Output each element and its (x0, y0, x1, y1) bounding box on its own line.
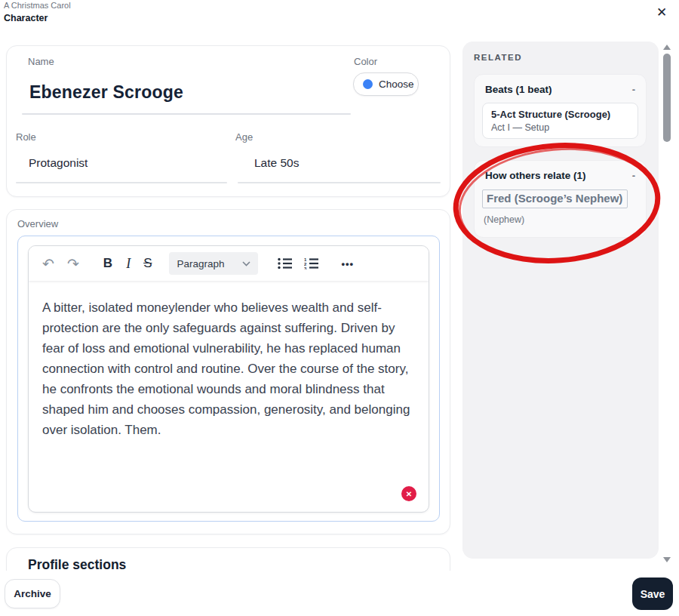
svg-text:3: 3 (304, 266, 307, 270)
role-label: Role (16, 131, 36, 143)
relations-section: How others relate (1) - Fred (Scrooge’s … (474, 160, 647, 238)
undo-icon[interactable]: ↶ (42, 257, 54, 271)
relation-link-fred[interactable]: Fred (Scrooge’s Nephew) (482, 189, 628, 208)
overview-label: Overview (17, 218, 58, 229)
scrollbar-thumb[interactable] (663, 54, 671, 142)
save-button[interactable]: Save (632, 578, 673, 610)
beats-collapse-icon[interactable]: - (632, 85, 635, 94)
name-label: Name (28, 56, 54, 67)
beat-list-item[interactable]: 5-Act Structure (Scrooge) Act I — Setup (482, 103, 638, 139)
footer-bar: Archive Save (0, 571, 679, 616)
relation-note: (Nephew) (484, 214, 646, 225)
more-options-icon[interactable]: ••• (341, 258, 354, 270)
paragraph-style-select[interactable]: Paragraph (169, 252, 258, 275)
rich-text-editor: ↶ ↷ B I S Paragraph 123 ••• A bitter, is… (28, 245, 429, 513)
editor-toolbar: ↶ ↷ B I S Paragraph 123 ••• (29, 246, 429, 281)
scroll-down-icon[interactable] (663, 557, 671, 562)
color-choose-button[interactable]: Choose (353, 72, 419, 96)
scroll-up-icon[interactable] (663, 45, 671, 50)
age-input[interactable]: Late 50s (254, 156, 299, 170)
strikethrough-button[interactable]: S (143, 256, 152, 271)
redo-icon[interactable]: ↷ (67, 257, 79, 271)
page-title: Character (4, 13, 48, 23)
close-icon[interactable]: ✕ (654, 4, 669, 21)
numbered-list-icon[interactable]: 123 (304, 257, 319, 270)
color-swatch-icon (363, 79, 373, 89)
role-input[interactable]: Protagonist (29, 156, 88, 170)
paragraph-style-label: Paragraph (177, 258, 224, 270)
relations-section-title: How others relate (1) (485, 170, 586, 181)
character-identity-card: Name Ebenezer Scrooge Color Choose Role … (6, 45, 450, 197)
relations-collapse-icon[interactable]: - (632, 171, 635, 180)
beat-item-title: 5-Act Structure (Scrooge) (491, 109, 629, 120)
age-label: Age (235, 131, 253, 143)
beat-item-subtitle: Act I — Setup (491, 122, 629, 133)
chevron-down-icon (242, 261, 250, 266)
related-sidebar: RELATED Beats (1 beat) - 5-Act Structure… (462, 42, 659, 559)
role-underline (16, 182, 227, 183)
bold-button[interactable]: B (103, 256, 112, 271)
beats-section: Beats (1 beat) - 5-Act Structure (Scroog… (474, 74, 647, 147)
color-choose-label: Choose (379, 79, 414, 90)
breadcrumb[interactable]: A Christmas Carol (4, 1, 71, 10)
beats-section-title: Beats (1 beat) (485, 84, 552, 95)
bullet-list-icon[interactable] (278, 257, 293, 270)
name-underline (22, 113, 351, 115)
overview-card: Overview ↶ ↷ B I S Paragraph 123 ••• (6, 209, 450, 534)
color-label: Color (354, 56, 377, 67)
name-input[interactable]: Ebenezer Scrooge (29, 82, 183, 103)
overview-editor: ↶ ↷ B I S Paragraph 123 ••• A bitter, is… (17, 236, 440, 522)
archive-button[interactable]: Archive (5, 579, 60, 608)
related-header: RELATED (474, 53, 522, 62)
remove-overview-icon[interactable]: ✕ (401, 486, 416, 501)
age-underline (238, 182, 441, 183)
overview-textarea[interactable]: A bitter, isolated moneylender who belie… (29, 281, 429, 440)
italic-button[interactable]: I (126, 256, 131, 272)
